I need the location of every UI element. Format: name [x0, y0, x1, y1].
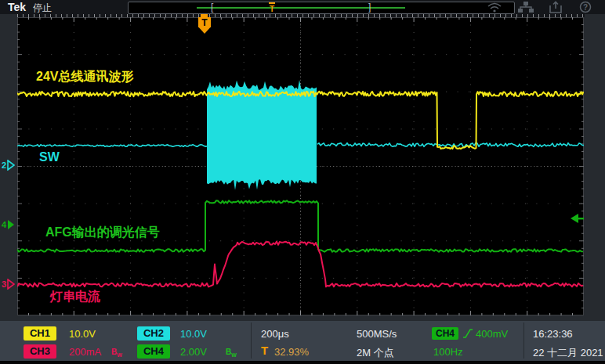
ch2-marker-arrow-icon: [7, 160, 15, 171]
oscilloscope-screen: Tek 停止 [ ] T ?: [0, 0, 605, 364]
timebase-readout[interactable]: 200μs: [261, 328, 289, 340]
statusbar-divider: [523, 323, 524, 359]
trigger-frequency-readout: 100Hz: [433, 346, 463, 358]
ch1-scale-readout: 10.0V: [69, 328, 96, 340]
ch4-waveform-label: AFG输出的调光信号: [45, 225, 160, 241]
ch4-bandwidth-limit-icon: BW: [226, 348, 237, 358]
ch2-scale-readout: 10.0V: [180, 328, 207, 340]
statusbar-divider: [251, 323, 252, 359]
ch2-waveform-label: SW: [39, 150, 60, 164]
ch4-badge[interactable]: CH4: [137, 344, 170, 359]
ch4-marker-number: 4: [2, 220, 6, 229]
ch4-marker-arrow-icon: [7, 219, 15, 230]
ch1-badge[interactable]: CH1: [24, 326, 56, 341]
trigger-level-readout: 400mV: [476, 328, 508, 340]
svg-text:?: ?: [583, 3, 588, 12]
export-icon[interactable]: [547, 1, 564, 13]
rising-edge-slope-icon: [462, 327, 473, 340]
sample-rate-readout: 500MS/s: [357, 328, 397, 340]
zoom-window-bracket-right[interactable]: ]: [368, 2, 371, 13]
trigger-t-glyph: T: [261, 344, 268, 357]
status-bar: CH1 10.0V CH2 10.0V CH3 200mA BW CH4 2.0…: [0, 321, 605, 361]
waveform-display-area: 24V总线通讯波形 SW AFG输出的调光信号 灯串电流 T: [17, 17, 584, 315]
help-icon[interactable]: ?: [577, 1, 594, 13]
ch4-scale-readout: 2.00V: [180, 346, 207, 358]
ch3-marker-number: 3: [2, 279, 6, 289]
ch3-position-marker[interactable]: 3: [2, 278, 18, 290]
ch2-badge[interactable]: CH2: [137, 326, 170, 341]
ch3-badge[interactable]: CH3: [24, 344, 56, 359]
top-bar: Tek 停止 [ ] T ?: [0, 0, 605, 14]
ch3-bandwidth-limit-icon: BW: [111, 348, 122, 358]
trigger-source-badge[interactable]: CH4: [432, 327, 458, 340]
bottom-black-strip: [0, 361, 605, 364]
wifi-icon[interactable]: [486, 1, 503, 13]
tek-logo: Tek: [8, 1, 26, 13]
ch4-position-marker[interactable]: 4: [2, 218, 18, 231]
overview-trigger-marker[interactable]: T: [269, 2, 275, 14]
ch2-position-marker[interactable]: 2: [2, 159, 18, 171]
record-overview-bar[interactable]: [ ] T: [128, 2, 515, 14]
clock-time: 16:23:36: [533, 328, 573, 340]
graticule-and-waveforms: [17, 17, 584, 315]
network-icon[interactable]: [517, 1, 534, 13]
ch3-waveform-label: 灯串电流: [50, 289, 100, 305]
ch1-waveform-label: 24V总线通讯波形: [36, 69, 133, 85]
ch2-marker-number: 2: [2, 160, 6, 170]
acquisition-run-state: 停止: [33, 2, 52, 15]
trigger-level-arrow[interactable]: [569, 213, 584, 224]
record-length-readout: 2M 个点: [357, 346, 394, 360]
ch3-scale-readout: 200mA: [69, 346, 101, 358]
record-overview-waveform: [197, 7, 405, 9]
ch3-marker-arrow-icon: [7, 279, 15, 290]
trigger-position-readout: 32.93%: [274, 346, 309, 358]
clock-date: 22 十二月 2021: [533, 346, 603, 360]
zoom-window-bracket-left[interactable]: [: [211, 2, 213, 13]
